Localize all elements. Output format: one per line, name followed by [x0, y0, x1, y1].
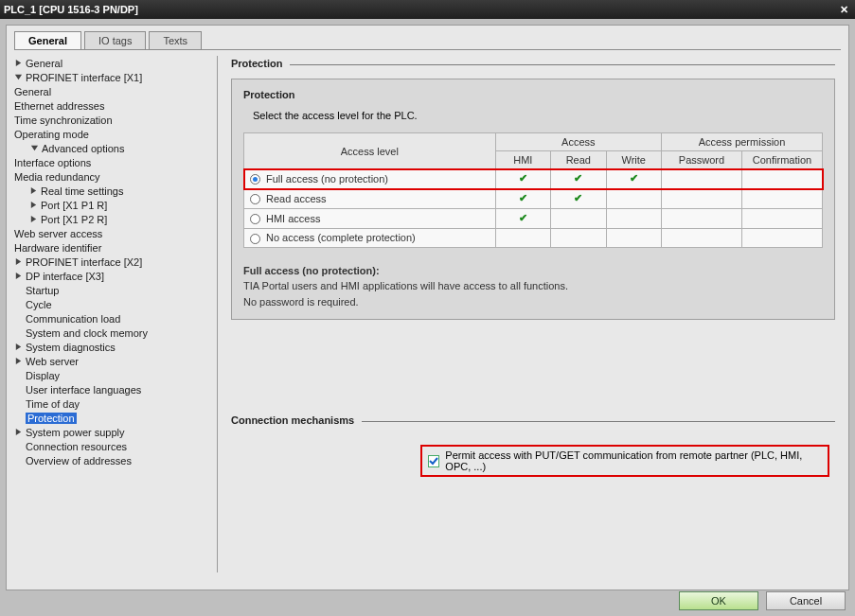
- access-label: No access (complete protection): [266, 232, 416, 243]
- th-write: Write: [606, 151, 661, 169]
- nav-overview-addresses[interactable]: Overview of addresses: [26, 455, 132, 466]
- access-row[interactable]: No access (complete protection): [244, 229, 823, 248]
- chevron-down-icon[interactable]: [30, 144, 39, 152]
- window-title: PLC_1 [CPU 1516-3 PN/DP]: [4, 4, 138, 15]
- access-radio[interactable]: [250, 234, 260, 244]
- nav-communication-load[interactable]: Communication load: [26, 313, 120, 325]
- th-access: Access: [495, 133, 661, 151]
- protection-subtitle: Protection: [243, 89, 823, 100]
- tab-texts[interactable]: Texts: [149, 31, 202, 49]
- cancel-button[interactable]: Cancel: [766, 591, 846, 610]
- chevron-right-icon[interactable]: [29, 186, 38, 195]
- check-icon: ✔: [572, 172, 585, 185]
- chevron-right-icon[interactable]: [29, 215, 38, 223]
- protection-panel: Protection Select the access level for t…: [231, 79, 835, 320]
- nav-x1-operating[interactable]: Operating mode: [14, 129, 89, 140]
- dialog-card: General IO tags Texts General PROFINET i…: [6, 25, 849, 590]
- nav-x1-hardware-id[interactable]: Hardware identifier: [14, 242, 101, 254]
- access-row[interactable]: HMI access✔: [244, 209, 823, 229]
- chevron-right-icon[interactable]: [14, 357, 23, 365]
- nav-x1-advanced[interactable]: Advanced options: [42, 143, 124, 154]
- nav-x1-interface-options[interactable]: Interface options: [14, 157, 91, 168]
- nav-profinet-x1[interactable]: PROFINET interface [X1]: [26, 72, 142, 83]
- permit-label: Permit access with PUT/GET communication…: [445, 449, 822, 472]
- nav-x1-webserver[interactable]: Web server access: [14, 228, 102, 239]
- permit-putget-row[interactable]: Permit access with PUT/GET communication…: [420, 445, 829, 477]
- nav-connection-resources[interactable]: Connection resources: [26, 441, 127, 452]
- access-radio[interactable]: [250, 214, 260, 224]
- th-access-permission: Access permission: [661, 133, 822, 151]
- nav-system-clock[interactable]: System and clock memory: [26, 327, 148, 339]
- nav-dp-x3[interactable]: DP interface [X3]: [26, 271, 104, 282]
- chevron-right-icon[interactable]: [14, 59, 23, 67]
- check-icon: ✔: [516, 192, 529, 205]
- check-icon: ✔: [516, 212, 529, 225]
- th-password: Password: [661, 151, 741, 169]
- nav-protection[interactable]: Protection: [26, 413, 77, 424]
- access-radio[interactable]: [250, 174, 260, 185]
- access-row[interactable]: Full access (no protection)✔✔✔: [244, 169, 823, 189]
- access-row[interactable]: Read access✔✔: [244, 189, 823, 209]
- protection-instruction: Select the access level for the PLC.: [253, 110, 823, 121]
- titlebar: PLC_1 [CPU 1516-3 PN/DP] ✕: [0, 0, 855, 19]
- nav-x1-port2[interactable]: Port [X1 P2 R]: [41, 214, 107, 225]
- access-label: Full access (no protection): [266, 173, 388, 185]
- chevron-right-icon[interactable]: [14, 428, 23, 436]
- nav-time-of-day[interactable]: Time of day: [26, 398, 80, 410]
- tab-bar: General IO tags Texts: [7, 26, 848, 49]
- nav-x1-general[interactable]: General: [14, 86, 51, 97]
- nav-x1-port1[interactable]: Port [X1 P1 R]: [41, 200, 107, 211]
- nav-x1-media-redundancy[interactable]: Media redundancy: [14, 171, 100, 183]
- close-icon[interactable]: ✕: [836, 3, 851, 16]
- th-access-level: Access level: [244, 133, 496, 169]
- chevron-right-icon[interactable]: [29, 201, 38, 209]
- check-icon: ✔: [516, 172, 529, 185]
- dialog-footer: OK Cancel: [679, 591, 846, 610]
- th-hmi: HMI: [495, 151, 550, 169]
- nav-profinet-x2[interactable]: PROFINET interface [X2]: [26, 256, 142, 268]
- nav-system-power[interactable]: System power supply: [26, 427, 125, 438]
- nav-system-diagnostics[interactable]: System diagnostics: [26, 342, 116, 353]
- nav-ui-languages[interactable]: User interface languages: [26, 384, 141, 396]
- access-label: HMI access: [266, 213, 320, 224]
- section-title-protection: Protection: [231, 58, 282, 69]
- tab-general[interactable]: General: [14, 31, 81, 49]
- tab-io-tags[interactable]: IO tags: [84, 31, 146, 49]
- nav-cycle[interactable]: Cycle: [26, 299, 52, 310]
- nav-startup[interactable]: Startup: [26, 285, 59, 296]
- permit-checkbox[interactable]: [428, 455, 439, 467]
- chevron-down-icon[interactable]: [14, 73, 23, 81]
- check-icon: ✔: [627, 172, 640, 185]
- dialog-shell: General IO tags Texts General PROFINET i…: [0, 19, 855, 616]
- desc-line2: No password is required.: [243, 296, 359, 308]
- nav-display[interactable]: Display: [26, 370, 60, 381]
- check-icon: ✔: [572, 192, 585, 205]
- connection-section: Connection mechanisms Permit access with…: [231, 414, 835, 477]
- chevron-right-icon[interactable]: [14, 272, 23, 280]
- nav-tree[interactable]: General PROFINET interface [X1] General …: [7, 50, 217, 578]
- desc-title: Full access (no protection):: [243, 265, 380, 276]
- nav-x1-ethernet[interactable]: Ethernet addresses: [14, 100, 104, 112]
- nav-web-server[interactable]: Web server: [26, 356, 79, 367]
- desc-line1: TIA Portal users and HMI applications wi…: [243, 280, 568, 291]
- th-read: Read: [551, 151, 606, 169]
- protection-description: Full access (no protection): TIA Portal …: [243, 263, 823, 310]
- access-radio[interactable]: [250, 194, 260, 204]
- nav-x1-time[interactable]: Time synchronization: [14, 114, 113, 126]
- ok-button[interactable]: OK: [679, 591, 758, 610]
- content-pane: Protection Protection Select the access …: [218, 50, 848, 578]
- nav-x1-realtime[interactable]: Real time settings: [41, 185, 123, 197]
- nav-general[interactable]: General: [26, 58, 62, 69]
- section-title-connection: Connection mechanisms: [231, 414, 354, 426]
- th-confirmation: Confirmation: [741, 151, 822, 169]
- access-label: Read access: [266, 193, 327, 204]
- chevron-right-icon[interactable]: [14, 343, 23, 351]
- chevron-right-icon[interactable]: [14, 257, 23, 266]
- access-level-table: Access level Access Access permission HM…: [243, 132, 823, 248]
